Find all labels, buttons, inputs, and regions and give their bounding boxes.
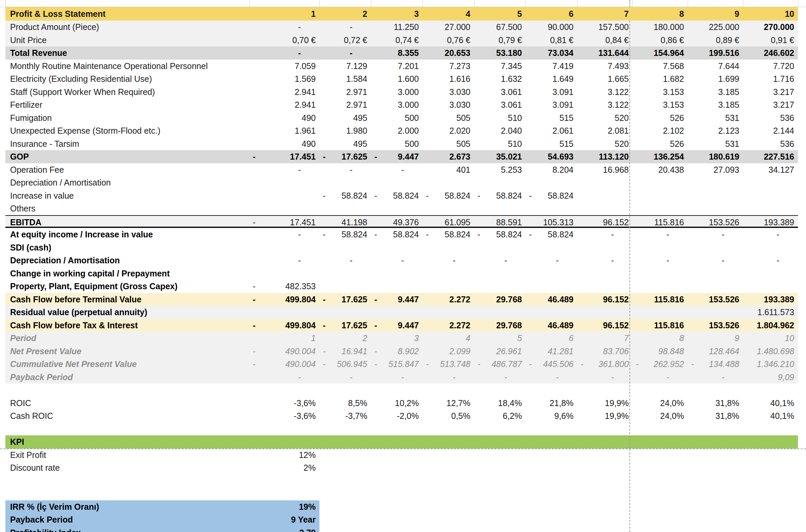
cell-r14-c8[interactable]: [633, 189, 688, 202]
cell-r40-c1[interactable]: 2,79: [249, 526, 319, 532]
cell-r38-c1[interactable]: 19%: [249, 500, 319, 513]
cell-r32-c5[interactable]: [474, 422, 526, 436]
cell-r12-c8[interactable]: 20.438: [633, 163, 688, 176]
cell-r29-c1[interactable]: [249, 383, 319, 397]
cell-r34-c2[interactable]: [319, 449, 371, 462]
cell-r9-c7[interactable]: 2.081: [577, 124, 633, 137]
cell-r18-c10[interactable]: [743, 241, 798, 254]
cell-r26-c5[interactable]: 26.961: [474, 345, 526, 358]
cell-r28-c1[interactable]: -: [249, 371, 319, 384]
cell-r29-c6[interactable]: [526, 383, 577, 397]
cell-r21-c4[interactable]: [423, 280, 474, 293]
cell-r16-c1[interactable]: -17.451: [249, 216, 319, 227]
cell-r19-c1[interactable]: -: [249, 254, 319, 267]
cell-r27-c10[interactable]: 1.346.210: [743, 358, 798, 371]
cell-r18-c1[interactable]: [249, 241, 319, 254]
cell-r12-c4[interactable]: 401: [423, 163, 474, 176]
cell-r17-c7[interactable]: -: [577, 228, 633, 241]
cell-r26-c2[interactable]: -16.941: [319, 345, 371, 358]
cell-r38-c8[interactable]: [633, 500, 688, 513]
cell-r34-c10[interactable]: [743, 449, 798, 462]
cell-r11-c2[interactable]: -17.625: [319, 150, 371, 163]
cell-r30-c8[interactable]: 24,0%: [633, 397, 688, 410]
cell-r15-c9[interactable]: [688, 202, 743, 215]
cell-r22-c3[interactable]: -9.447: [371, 293, 423, 306]
cell-r2-c9[interactable]: 0,89 €: [688, 34, 743, 47]
row-label[interactable]: ROIC: [5, 397, 249, 410]
cell-r17-c9[interactable]: -: [688, 228, 743, 241]
cell-r19-c2[interactable]: -: [319, 254, 371, 267]
cell-r15-c4[interactable]: [423, 202, 474, 215]
cell-r3-c2[interactable]: -: [319, 46, 371, 60]
cell-r1-c7[interactable]: 157.500: [577, 21, 633, 34]
cell-r22-c1[interactable]: -499.804: [249, 293, 319, 306]
cell-r26-c3[interactable]: -8.902: [371, 345, 423, 358]
cell-r5-c6[interactable]: 1.649: [526, 72, 577, 86]
cell-r6-c4[interactable]: 3.030: [423, 86, 474, 99]
cell-r38-c5[interactable]: [474, 500, 526, 513]
cell-r24-c2[interactable]: -17.625: [319, 319, 371, 332]
row-label[interactable]: Depreciation / Amortisation: [5, 176, 249, 189]
cell-r17-c8[interactable]: -: [633, 228, 688, 241]
cell-r21-c10[interactable]: [743, 280, 798, 293]
cell-r32-c10[interactable]: [743, 422, 798, 436]
cell-r25-c1[interactable]: 1: [249, 332, 319, 345]
cell-r14-c10[interactable]: [743, 189, 798, 202]
cell-r10-c9[interactable]: 531: [688, 137, 743, 151]
cell-r34-c5[interactable]: [474, 449, 526, 462]
cell-r15-c5[interactable]: [474, 202, 526, 215]
cell-r11-c9[interactable]: 180.619: [688, 150, 743, 163]
cell-r4-c9[interactable]: 7.644: [688, 60, 743, 73]
column-header-period-8[interactable]: 8: [633, 7, 688, 21]
cell-r14-c1[interactable]: [249, 189, 319, 202]
cell-r9-c2[interactable]: 1.980: [319, 124, 371, 137]
cell-r24-c1[interactable]: -499.804: [249, 319, 319, 332]
cell-r28-c4[interactable]: -: [423, 371, 474, 384]
cell-r10-c3[interactable]: 500: [371, 137, 423, 151]
cell-r14-c4[interactable]: -58.824: [423, 189, 474, 202]
cell-r10-c1[interactable]: 490: [249, 137, 319, 151]
cell-r16-c6[interactable]: 105.313: [526, 216, 577, 227]
cell-r12-c1[interactable]: -: [249, 163, 319, 176]
cell-r23-c7[interactable]: [577, 306, 633, 319]
cell-r27-c8[interactable]: -262.952: [633, 358, 688, 371]
row-label[interactable]: Others: [5, 202, 249, 215]
cell-r21-c7[interactable]: [577, 280, 633, 293]
cell-r36-c4[interactable]: [423, 474, 474, 488]
cell-r8-c4[interactable]: 505: [423, 111, 474, 125]
cell-r40-c6[interactable]: [526, 526, 577, 532]
cell-r13-c7[interactable]: [577, 176, 633, 189]
cell-r8-c7[interactable]: 520: [577, 111, 633, 125]
cell-r4-c10[interactable]: 7.720: [743, 60, 798, 73]
cell-r19-c3[interactable]: -: [371, 254, 423, 267]
cell-r17-c2[interactable]: -58.824: [319, 228, 371, 241]
cell-r5-c8[interactable]: 1.682: [633, 72, 688, 86]
cell-r27-c2[interactable]: -506.945: [319, 358, 371, 371]
cell-r39-c2[interactable]: [319, 513, 371, 526]
cell-r16-c4[interactable]: 61.095: [423, 216, 474, 227]
cell-r19-c10[interactable]: -: [743, 254, 798, 267]
cell-r35-c9[interactable]: [688, 461, 743, 474]
cell-r7-c3[interactable]: 3.000: [371, 98, 423, 111]
cell-r23-c9[interactable]: [688, 306, 743, 319]
cell-r13-c3[interactable]: [371, 176, 423, 189]
cell-r27-c5[interactable]: -486.787: [474, 358, 526, 371]
cell-r3-c8[interactable]: 154.964: [633, 46, 688, 60]
cell-r17-c4[interactable]: -58.824: [423, 228, 474, 241]
cell-r36-c6[interactable]: [526, 474, 577, 488]
cell-r30-c10[interactable]: 40,1%: [743, 397, 798, 410]
cell-r4-c7[interactable]: 7.493: [577, 60, 633, 73]
cell-r30-c4[interactable]: 12,7%: [423, 397, 474, 410]
cell-r38-c3[interactable]: [371, 500, 423, 513]
cell-r38-c2[interactable]: [319, 500, 371, 513]
cell-r34-c9[interactable]: [688, 449, 743, 462]
cell-r6-c2[interactable]: 2.971: [319, 86, 371, 99]
row-label[interactable]: Unexpected Expense (Storm-Flood etc.): [5, 124, 249, 137]
cell-r5-c9[interactable]: 1.699: [688, 72, 743, 86]
cell-r12-c10[interactable]: 34.127: [743, 163, 798, 176]
cell-r15-c8[interactable]: [633, 202, 688, 215]
cell-r8-c3[interactable]: 500: [371, 111, 423, 125]
cell-r34-c6[interactable]: [526, 449, 577, 462]
row-label[interactable]: Increase in value: [5, 189, 249, 202]
column-header-period-4[interactable]: 4: [423, 7, 474, 21]
